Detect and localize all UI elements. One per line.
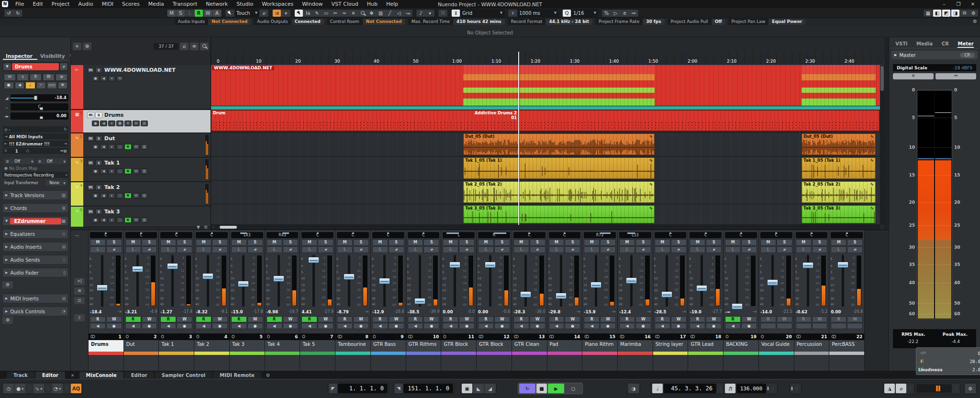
edit-button[interactable]: e (847, 246, 863, 253)
pan-control[interactable]: C (125, 232, 157, 238)
solo-button[interactable]: S (423, 239, 439, 246)
mixer-link-icon[interactable]: +| (74, 278, 85, 285)
zone-toggle-icon-3[interactable]: ◨ (951, 10, 959, 17)
channel-name[interactable]: String layer (653, 340, 688, 352)
pan-control[interactable]: C (337, 232, 369, 238)
input-transformer-select[interactable]: None▼ (46, 180, 67, 186)
snap-icon[interactable]: ⊻ (452, 10, 460, 17)
listen-button[interactable]: L (196, 246, 212, 253)
write-button[interactable]: W (177, 316, 192, 322)
mute-button[interactable]: M (831, 239, 846, 246)
record-enable-button[interactable]: ● (671, 323, 687, 329)
read-button[interactable]: R (160, 316, 176, 322)
listen-button[interactable]: L (443, 246, 458, 253)
edit-button[interactable]: e (671, 246, 687, 253)
listen-button[interactable]: L (160, 246, 176, 253)
track-tak-3-btn-x[interactable]: ● (92, 217, 99, 223)
edit-button[interactable]: e (565, 246, 580, 253)
record-enable-button[interactable]: ● (600, 323, 616, 329)
edit-button[interactable]: e (423, 246, 439, 253)
mixer-channel-gtr-lead-18[interactable]: CMSLe605101520304006121824304060-19.0-27… (688, 230, 724, 371)
audio-clip-tak-2-05-tak-2[interactable]: Tak 2_05 (Tak 2)∿ (463, 181, 655, 203)
mixer-view-icon[interactable]: ◫ (74, 297, 85, 304)
fader-handle[interactable] (132, 266, 143, 272)
fader-handle[interactable] (696, 285, 707, 291)
solo-button[interactable]: S (247, 239, 263, 246)
output-routing-row[interactable]: ⇤!!! EZdrummer !!!⇥ (3, 141, 68, 147)
auto-quantize-button[interactable]: AQ (71, 384, 81, 393)
zoom-tool-icon[interactable] (358, 10, 367, 17)
meter-settings-gear-icon[interactable]: ⚙ (893, 73, 934, 79)
v-scroll-thumb[interactable] (880, 66, 884, 91)
monitor-button[interactable]: ◀ (443, 323, 458, 329)
left-locator-value[interactable]: 1. 1. 1. 0 (338, 384, 388, 393)
meter-reset-icon[interactable]: ⏮ (935, 73, 976, 79)
audio-clip-tak-2-05-tak-2-b[interactable]: Tak 2_05 (Tak 2)∿ (802, 181, 876, 203)
status-audio-inputs[interactable]: Audio InputsNot Connected (175, 19, 251, 25)
channel-name[interactable]: Tak 2 (194, 340, 229, 352)
section-midi-inserts[interactable]: ▶MIDI Inserts⊟ (2, 294, 68, 303)
track-dut-btn-x[interactable]: ▥ (141, 144, 148, 150)
track-dut-btn-x[interactable]: ○ (116, 144, 123, 150)
audio-mode-dropdown[interactable]: ∿▼ (33, 384, 44, 393)
edit-button[interactable]: e (741, 246, 757, 253)
write-button[interactable]: W (212, 316, 228, 322)
chain-row[interactable]: ◇ -↻ (3, 126, 68, 133)
delay-slider[interactable]: 0.00 (11, 112, 68, 120)
solo-button[interactable]: s (95, 67, 102, 73)
preroll-icon[interactable]: ◑ (628, 384, 639, 393)
fader-handle[interactable] (556, 293, 567, 299)
minimize-button[interactable]: – (937, 0, 951, 8)
record-enable-button[interactable]: ● (283, 323, 299, 329)
menu-project[interactable]: Project (47, 0, 74, 8)
inspector-m-button[interactable]: m (4, 74, 16, 81)
channel-name[interactable]: GTR Lead (688, 340, 723, 352)
edit-button[interactable]: e (283, 246, 299, 253)
monitor-button[interactable]: ◀ (690, 323, 705, 329)
read-button[interactable]: R (478, 316, 494, 322)
fader-handle[interactable] (520, 291, 531, 298)
track-preset-icon[interactable]: ⊕ (83, 43, 91, 50)
split-tool-icon[interactable]: ✂ (331, 10, 339, 17)
horizontal-scrollbar[interactable]: ‹ (211, 225, 880, 230)
record-enable-button[interactable]: ● (106, 323, 122, 329)
menu-hub[interactable]: Hub (363, 0, 382, 8)
mixer-channel-backing-19[interactable]: CMSLe605101520304006121824304060-∞-∞RW◀●… (724, 230, 759, 371)
inspector-settings-gear-icon[interactable]: ⚙ (2, 281, 13, 288)
status-max-record-time[interactable]: Max. Record Time410 hours 42 mins (408, 19, 505, 25)
track-tak-3-btn-w[interactable]: W (133, 217, 140, 223)
pan-control[interactable]: C (796, 232, 828, 238)
solo-button[interactable]: S (212, 239, 228, 246)
state-l-button[interactable]: L (186, 10, 194, 17)
mute-button[interactable]: M (301, 239, 317, 246)
audio-clip-tak-3-05-tak-3[interactable]: Tak 3_05 (Tak 3)∿ (463, 205, 655, 223)
record-enable-button[interactable]: ● (318, 323, 334, 329)
locator-lock-icon[interactable]: ▣ (462, 384, 472, 393)
track-tak-1-btn-w[interactable]: W (133, 168, 140, 174)
track-tak-1-btn-x[interactable]: ○ (116, 168, 123, 174)
fader-handle[interactable] (344, 274, 355, 280)
track-www-4download-net-btn-x[interactable]: ◀ (100, 76, 107, 81)
fader-handle[interactable] (767, 279, 778, 286)
pan-control[interactable]: R (478, 232, 510, 238)
solo-button[interactable]: S (741, 239, 757, 246)
write-button[interactable]: W (389, 316, 404, 322)
track-tak-1-btn-x[interactable]: ◀ (100, 168, 107, 174)
record-mode-dropdown[interactable]: ●▼ (15, 384, 25, 393)
stop-button[interactable]: ■ (536, 384, 547, 393)
track-dut-btn-x[interactable]: ◀ (100, 144, 107, 150)
quantize-dropdown[interactable]: 1/16▼ (571, 10, 598, 17)
track-row-dut[interactable]: ∿2msDut●◀e○RW▥ (71, 133, 211, 157)
listen-button[interactable]: L (549, 246, 565, 253)
menu-network[interactable]: Network (201, 0, 232, 8)
menu-midi[interactable]: MIDI (98, 0, 118, 8)
menu-window[interactable]: Window (298, 0, 327, 8)
mixer-channel-gtr-clean-13[interactable]: CMSLe605101520304006121824304060-28.3-36… (512, 230, 547, 371)
track-row-www-4download-net[interactable]: ▻msWWW.4DOWNLOAD.NET●◀≍≋ (71, 65, 211, 110)
listen-button[interactable]: L (90, 246, 106, 253)
edit-button[interactable]: e (459, 246, 475, 253)
mixer-channel-dut-2[interactable]: CMSLe605101520304006121824304060-3.21-4.… (124, 230, 159, 371)
pan-control[interactable]: R72 (584, 232, 616, 238)
solo-button[interactable]: S (706, 239, 722, 246)
inspector-ctl-4[interactable]: ▭▭ (47, 82, 57, 89)
